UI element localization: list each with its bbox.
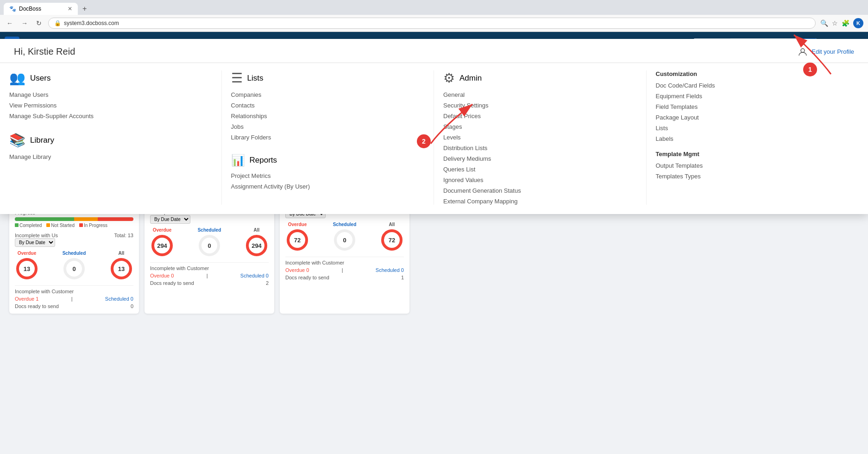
contacts-link[interactable]: Contacts [231, 102, 425, 109]
card1-overdue-value: 13 [24, 265, 30, 272]
project-metrics-link[interactable]: Project Metrics [231, 172, 425, 179]
package-layout-link[interactable]: Package Layout [656, 114, 859, 121]
assignment-activity-link[interactable]: Assignment Activity (By User) [231, 183, 425, 190]
card1-progress-bar [15, 217, 133, 221]
lists-title: Lists [247, 74, 264, 83]
card3-scheduled-label: Scheduled [333, 222, 357, 227]
card1-ic-stats: Overdue 1 | Scheduled 0 [15, 296, 133, 302]
reports-title: Reports [250, 156, 277, 165]
card1-docs-ready: Docs ready to send 0 [15, 303, 133, 309]
card3-ic-label: Incomplete with Customer [285, 260, 344, 265]
card2-stats: Overdue 294 Scheduled 0 [150, 227, 269, 258]
dropdown-admin-section: ⚙ Admin General Security Settings Defaul… [434, 70, 647, 205]
distribution-lists-link[interactable]: Distribution Lists [443, 145, 637, 151]
card1-bydate-select[interactable]: By Due Date [15, 238, 55, 247]
card3-ic-stats: Overdue 0 | Scheduled 0 [285, 267, 404, 273]
card3-docs-ready: Docs ready to send 1 [285, 275, 404, 280]
users-icon: 👥 [9, 70, 25, 86]
card2-overdue-value: 294 [157, 242, 167, 249]
queries-list-link[interactable]: Queries List [443, 166, 637, 173]
manage-subsupplier-link[interactable]: Manage Sub-Supplier Accounts [9, 113, 212, 120]
browser-chrome: 🐾 DocBoss ✕ + ← → ↻ 🔒 system3.docboss.co… [0, 0, 868, 32]
admin-icon: ⚙ [443, 70, 455, 86]
card1-scheduled-value: 0 [72, 265, 75, 272]
card1-all-donut: 13 [109, 257, 133, 281]
star-icon[interactable]: ☆ [832, 19, 838, 27]
card2-all-donut: 294 [245, 233, 269, 258]
card2-docs-ready: Docs ready to send 2 [150, 280, 269, 286]
back-button[interactable]: ← [5, 19, 15, 28]
card3-incomplete-customer: Incomplete with Customer [285, 257, 404, 265]
labels-link[interactable]: Labels [656, 135, 859, 142]
manage-library-link[interactable]: Manage Library [9, 153, 212, 160]
tab-close[interactable]: ✕ [68, 6, 72, 12]
card2-ic-overdue: Overdue 0 [150, 273, 174, 278]
security-settings-link[interactable]: Security Settings [443, 102, 637, 109]
card2-bydate-select[interactable]: By Due Date [150, 215, 190, 224]
companies-link[interactable]: Companies [231, 91, 425, 98]
new-tab-button[interactable]: + [79, 3, 90, 15]
relationships-link[interactable]: Relationships [231, 113, 425, 120]
doc-generation-link[interactable]: Document Generation Status [443, 187, 637, 194]
annotation-circle-1: 1 [803, 63, 817, 76]
browser-user-avatar[interactable]: K [853, 18, 863, 28]
annotation-circle-2: 2 [417, 134, 431, 148]
jobs-link[interactable]: Jobs [231, 123, 425, 130]
levels-link[interactable]: Levels [443, 134, 637, 141]
lists-icon: ☰ [231, 70, 243, 86]
card1-ic-scheduled: Scheduled 0 [105, 296, 133, 302]
lock-icon: 🔒 [54, 20, 61, 26]
edit-profile-link[interactable]: Edit your Profile [798, 47, 854, 57]
lists-link[interactable]: Lists [656, 125, 859, 132]
settings-dropdown: Hi, Kirstie Reid Edit your Profile 👥 Use… [0, 39, 868, 214]
card1-scheduled-label: Scheduled [63, 251, 86, 256]
card1-incomplete-customer: Incomplete with Customer [15, 285, 133, 294]
view-permissions-link[interactable]: View Permissions [9, 102, 212, 109]
card3-all-label: All [389, 222, 395, 227]
card1-docs-value: 0 [131, 303, 133, 309]
stages-link[interactable]: Stages [443, 123, 637, 130]
delivery-mediums-link[interactable]: Delivery Mediums [443, 155, 637, 162]
general-link[interactable]: General [443, 91, 637, 98]
card1-scheduled-donut: 0 [62, 257, 86, 281]
library-folders-link[interactable]: Library Folders [231, 134, 425, 141]
users-title: Users [30, 74, 50, 83]
tab-favicon: 🐾 [9, 6, 16, 12]
card2-scheduled-label: Scheduled [198, 227, 221, 233]
reload-button[interactable]: ↻ [34, 19, 44, 28]
output-templates-link[interactable]: Output Templates [656, 162, 859, 169]
external-company-link[interactable]: External Company Mapping [443, 198, 637, 205]
card3-overdue-donut: 72 [285, 228, 309, 252]
card3-docs-label: Docs ready to send [285, 275, 329, 280]
card1-ic-overdue: Overdue 1 [15, 296, 38, 302]
card2-ic-label: Incomplete with Customer [150, 265, 209, 271]
doc-code-link[interactable]: Doc Code/Card Fields [656, 82, 859, 89]
url-field[interactable]: 🔒 system3.docboss.com [48, 18, 816, 29]
card3-ic-overdue: Overdue 0 [285, 267, 309, 273]
extension-icon[interactable]: 🧩 [842, 19, 849, 27]
tab-title: DocBoss [19, 6, 41, 12]
card2-overdue-donut: 294 [150, 233, 174, 258]
field-templates-link[interactable]: Field Templates [656, 103, 859, 110]
ignored-values-link[interactable]: Ignored Values [443, 177, 637, 183]
forward-button[interactable]: → [19, 19, 30, 28]
admin-title: Admin [459, 74, 482, 83]
address-bar: ← → ↻ 🔒 system3.docboss.com 🔍 ☆ 🧩 K [0, 15, 868, 32]
card3-scheduled-value: 0 [343, 237, 346, 244]
dropdown-customization-section: Customization Doc Code/Card Fields Equip… [647, 70, 859, 205]
equipment-fields-link[interactable]: Equipment Fields [656, 93, 859, 100]
manage-users-link[interactable]: Manage Users [9, 91, 212, 98]
card2-all-label: All [254, 227, 260, 233]
card2-scheduled-donut: 0 [197, 233, 221, 258]
zoom-icon[interactable]: 🔍 [820, 19, 828, 27]
dropdown-greeting: Hi, Kirstie Reid [14, 46, 75, 57]
reports-icon: 📊 [231, 154, 245, 167]
templates-types-link[interactable]: Templates Types [656, 173, 859, 180]
card3-overdue-value: 72 [294, 237, 301, 244]
browser-tab[interactable]: 🐾 DocBoss ✕ [4, 3, 78, 15]
default-prices-link[interactable]: Default Prices [443, 113, 637, 120]
card2-docs-label: Docs ready to send [150, 280, 194, 286]
card2-ic-scheduled: Scheduled 0 [240, 273, 269, 278]
card1-stats: Overdue 13 Scheduled 0 [15, 251, 133, 281]
card1-overdue-label: Overdue [18, 251, 37, 256]
